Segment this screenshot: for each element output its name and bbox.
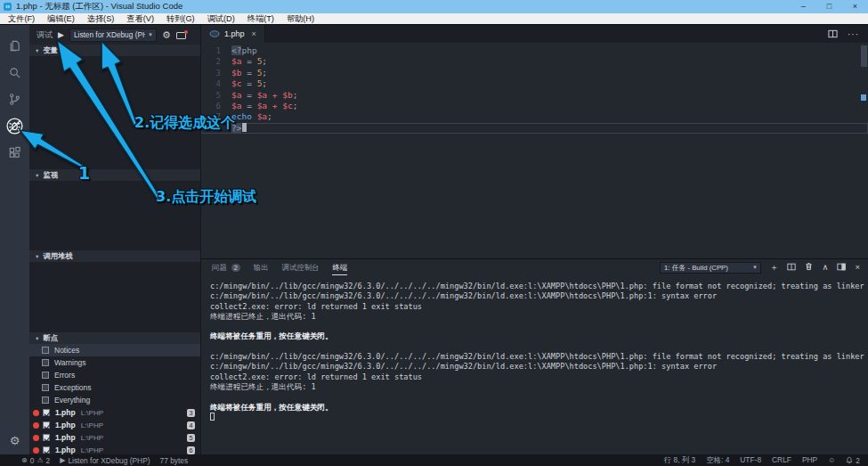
checkbox[interactable] xyxy=(42,359,49,366)
debug-console-icon[interactable] xyxy=(176,30,188,40)
split-terminal-icon[interactable] xyxy=(787,263,796,273)
close-button[interactable]: × xyxy=(842,0,868,13)
menu-item[interactable]: 转到(G) xyxy=(160,13,201,25)
tab-close-icon[interactable]: × xyxy=(252,29,256,38)
menu-item[interactable]: 帮助(H) xyxy=(280,13,320,25)
workbench: ⚙ 调试 ▶ Listen for XDebug (PHI ▼ ⚙ ▼ 变量 xyxy=(0,25,868,454)
debug-config-dropdown[interactable]: Listen for XDebug (PHI ▼ xyxy=(69,29,157,42)
code-line[interactable]: 4$c = 5; xyxy=(201,78,868,89)
terminal-output[interactable]: c:/mingw/bin/../lib/gcc/mingw32/6.3.0/..… xyxy=(201,275,868,454)
breakpoint-file-row[interactable]: 1.phpL:\PHP4 xyxy=(29,419,200,431)
notifications-bell[interactable]: 2 xyxy=(846,456,860,465)
debug-status[interactable]: ▶ Listen for XDebug (PHP) xyxy=(60,456,150,465)
status-item[interactable]: CRLF xyxy=(772,455,791,465)
chevron-up-icon[interactable]: ∧ xyxy=(822,263,828,272)
checkbox[interactable] xyxy=(43,409,50,416)
minimize-button[interactable]: – xyxy=(791,0,816,13)
new-terminal-plus-icon[interactable]: ＋ xyxy=(770,263,779,272)
panel-tab[interactable]: 问题2 xyxy=(212,259,240,275)
section-call-stack[interactable]: ▼ 调用堆栈 xyxy=(29,250,200,262)
code-line[interactable]: 1<?php xyxy=(201,45,868,56)
breakpoint-option-row[interactable]: Notices xyxy=(29,344,200,356)
configure-gear-icon[interactable]: ⚙ xyxy=(162,30,171,40)
debug-icon[interactable] xyxy=(4,112,27,139)
code-line[interactable]: 3$b = 5; xyxy=(201,68,868,78)
terminal-cursor xyxy=(210,413,215,421)
panel-tab[interactable]: 调试控制台 xyxy=(282,259,320,275)
status-item[interactable]: 空格: 4 xyxy=(706,455,729,465)
split-editor-icon[interactable] xyxy=(828,26,838,42)
code-line[interactable]: 7echo $a; xyxy=(201,111,868,122)
code-line[interactable]: 2$a = 5; xyxy=(201,56,868,67)
menu-item[interactable]: 编辑(E) xyxy=(41,13,81,25)
editor-scrollbar[interactable] xyxy=(861,45,867,67)
menu-item[interactable]: 查看(V) xyxy=(120,13,160,25)
manage-gear-icon[interactable]: ⚙ xyxy=(10,434,20,447)
extensions-icon[interactable] xyxy=(4,139,27,166)
panel-tab[interactable]: 输出 xyxy=(254,259,269,275)
breakpoint-file-row[interactable]: 1.phpL:\PHP3 xyxy=(29,406,200,419)
panel-tabs: 问题2输出调试控制台终端 xyxy=(212,259,347,275)
status-item[interactable]: 行 8, 列 3 xyxy=(664,455,695,465)
terminal-line: collect2.exe: error: ld returned 1 exit … xyxy=(210,372,859,382)
search-icon[interactable] xyxy=(4,59,27,86)
section-watch[interactable]: ▼ 监视 xyxy=(29,169,200,181)
bottom-panel: 问题2输出调试控制台终端 1: 任务 - Build (CPP) ▼ ＋ xyxy=(201,258,868,454)
breakpoint-dot-icon xyxy=(33,410,39,416)
checkbox[interactable] xyxy=(43,434,50,441)
window-controls: – □ × xyxy=(791,0,868,13)
breakpoint-option-label: Notices xyxy=(54,346,79,355)
menu-item[interactable]: 终端(T) xyxy=(241,13,280,25)
window-title: 1.php - 无标题 (工作区) - Visual Studio Code xyxy=(16,1,183,12)
terminal-line xyxy=(210,322,859,331)
call-stack-body xyxy=(29,262,200,332)
terminal-line: c:/mingw/bin/../lib/gcc/mingw32/6.3.0/..… xyxy=(210,282,859,291)
breakpoint-options: NoticesWarningsErrorsExceptionsEverythin… xyxy=(29,344,200,406)
explorer-icon[interactable] xyxy=(4,32,27,59)
breakpoint-file-row[interactable]: 1.phpL:\PHP6 xyxy=(29,444,200,454)
trash-icon[interactable] xyxy=(805,262,813,273)
code-line[interactable]: 6$a = $a + $c; xyxy=(201,101,868,111)
breakpoint-file-name: 1.php xyxy=(55,433,76,442)
close-panel-icon[interactable]: × xyxy=(855,263,860,272)
menu-item[interactable]: 调试(D) xyxy=(201,13,241,25)
more-actions-icon[interactable]: ··· xyxy=(848,29,859,39)
checkbox[interactable] xyxy=(42,397,49,404)
breakpoint-option-row[interactable]: Everything xyxy=(29,394,200,406)
code-line[interactable]: 5$a = $a + $b; xyxy=(201,90,868,101)
code-line[interactable]: 8?> xyxy=(201,123,868,134)
terminal-task-dropdown[interactable]: 1: 任务 - Build (CPP) ▼ xyxy=(660,262,761,274)
start-debug-button[interactable]: ▶ xyxy=(58,31,64,39)
vscode-logo-icon: ‹› xyxy=(4,3,12,11)
section-breakpoints[interactable]: ▼ 断点 xyxy=(29,332,200,344)
menu-item[interactable]: 文件(F) xyxy=(2,13,41,25)
breakpoint-file-path: L:\PHP xyxy=(81,421,187,429)
section-variables[interactable]: ▼ 变量 xyxy=(29,45,200,56)
code-editor[interactable]: 1<?php2$a = 5;3$b = 5;4$c = 5;5$a = $a +… xyxy=(201,43,868,258)
breakpoint-option-row[interactable]: Exceptions xyxy=(29,381,200,394)
code-text: $a = $a + $b; xyxy=(231,90,297,101)
checkbox[interactable] xyxy=(43,421,50,429)
maximize-button[interactable]: □ xyxy=(816,0,842,13)
panel-tab[interactable]: 终端 xyxy=(332,259,347,275)
checkbox[interactable] xyxy=(42,372,49,379)
terminal-line: c:/mingw/bin/../lib/gcc/mingw32/6.3.0/..… xyxy=(210,291,859,301)
panel-position-icon[interactable] xyxy=(837,263,846,273)
tab-1php[interactable]: 1.php × xyxy=(201,25,265,43)
breakpoint-file-row[interactable]: 1.phpL:\PHP5 xyxy=(29,431,200,444)
breakpoint-option-row[interactable]: Warnings xyxy=(29,356,200,369)
checkbox[interactable] xyxy=(42,347,49,354)
editor-group: 1.php × ··· 1<?php2$a = 5;3$b = 5;4$c = … xyxy=(200,25,868,454)
status-item[interactable]: UTF-8 xyxy=(740,455,761,465)
checkbox[interactable] xyxy=(43,446,50,454)
line-number: 2 xyxy=(201,56,231,67)
checkbox[interactable] xyxy=(42,384,49,391)
breakpoint-option-row[interactable]: Errors xyxy=(29,369,200,381)
source-control-icon[interactable] xyxy=(4,86,27,112)
status-item[interactable]: PHP xyxy=(802,455,817,465)
problems-status[interactable]: ⊗ 0 ⚠ 2 xyxy=(21,456,50,465)
menu-item[interactable]: 选择(S) xyxy=(81,13,121,25)
play-icon: ▶ xyxy=(60,457,65,464)
feedback-smiley-icon[interactable]: ☺ xyxy=(828,457,835,464)
breakpoint-dot-icon xyxy=(33,447,39,454)
